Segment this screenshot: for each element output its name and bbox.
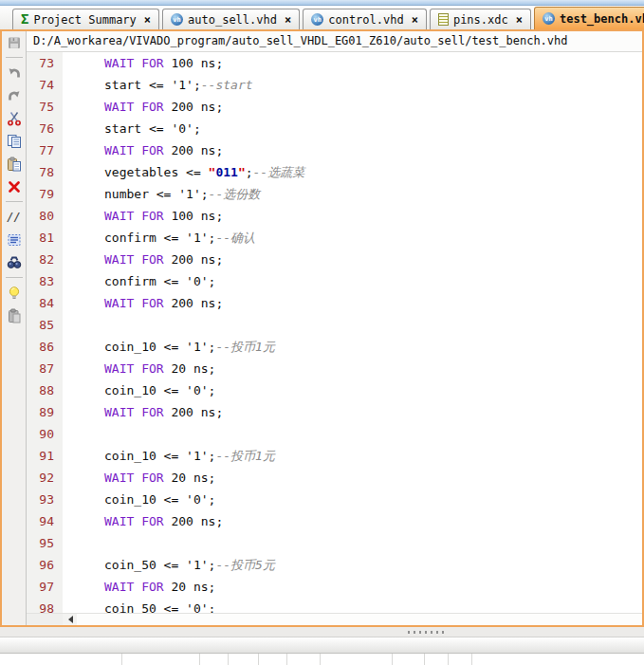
source-editor-panel: // D:/A_workarea/VIVADO_program/auto_sel… [0,29,644,627]
code-line[interactable]: WAIT FOR 100 ns; [63,52,642,74]
code-line[interactable]: WAIT FOR 200 ns; [63,292,642,314]
line-number: 97 [27,576,54,598]
line-number: 79 [27,183,54,205]
save-icon[interactable] [6,34,22,50]
tab-close-icon[interactable]: × [285,13,291,27]
tab-label: pins.xdc [453,13,508,27]
statusbar-divider [320,654,321,665]
paste-icon[interactable] [6,156,22,172]
line-number-gutter: 7374757677787980818283848586878889909192… [27,52,63,613]
cut-icon[interactable] [6,110,22,126]
code-line[interactable]: WAIT FOR 200 ns; [63,96,642,118]
code-line[interactable]: start <= '1';--start [63,74,642,96]
line-number: 76 [27,118,54,139]
line-number: 96 [27,554,54,576]
code-line[interactable]: WAIT FOR 20 ns; [63,358,642,379]
line-number: 95 [27,532,54,554]
tab-close-icon[interactable]: × [144,13,151,27]
code-text-area[interactable]: WAIT FOR 100 ns;start <= '1';--startWAIT… [63,52,642,613]
tab-label: auto_sell.vhd [188,13,277,27]
toolbar-separator [6,277,23,278]
code-editor[interactable]: 7374757677787980818283848586878889909192… [27,52,642,613]
clipboard-icon[interactable] [6,307,22,323]
panel-splitter[interactable] [0,627,644,637]
code-line[interactable]: number <= '1';--选份数 [63,183,642,205]
statusbar-divider [448,654,449,665]
statusbar-divider [286,654,287,665]
code-line[interactable]: WAIT FOR 200 ns; [63,249,642,270]
code-line[interactable]: coin_10 <= '1';--投币1元 [63,336,642,358]
line-number: 85 [27,314,54,336]
toolbar-separator [6,57,23,58]
line-number: 83 [27,270,54,292]
vhdl-file-icon: vh [311,13,323,26]
sigma-icon: Σ [21,13,28,26]
code-line[interactable]: coin_10 <= '0'; [63,379,642,401]
tab-label: control.vhd [328,13,403,27]
vhdl-file-icon: vh [543,12,555,25]
splitter-drag-handle-icon[interactable] [408,631,446,634]
tab-test-bench-vhd[interactable]: vhtest_bench.vhd× [534,7,644,29]
tab-pins-xdc[interactable]: pins.xdc× [430,9,531,29]
tab-close-icon[interactable]: × [516,13,523,27]
redo-icon[interactable] [6,87,22,103]
tab-control-vhd[interactable]: vhcontrol.vhd× [303,9,427,29]
line-number: 98 [27,598,54,613]
toolbar-separator [6,201,23,202]
delete-icon[interactable] [6,178,22,194]
code-line[interactable]: coin_50 <= '0'; [63,598,642,613]
line-number: 82 [27,249,54,270]
code-line[interactable]: coin_10 <= '0'; [63,489,642,510]
code-line[interactable]: WAIT FOR 200 ns; [63,510,642,532]
code-line[interactable]: confirm <= '0'; [63,270,642,292]
line-number: 87 [27,358,54,379]
code-line[interactable]: WAIT FOR 20 ns; [63,576,642,598]
line-number: 88 [27,379,54,401]
code-line[interactable]: WAIT FOR 200 ns; [63,401,642,423]
tab-auto-sell-vhd[interactable]: vhauto_sell.vhd× [162,9,300,29]
code-line[interactable]: coin_10 <= '1';--投币1元 [63,445,642,467]
line-number: 84 [27,292,54,314]
tab-close-icon[interactable]: × [412,13,418,27]
scroll-left-icon[interactable] [63,614,77,625]
line-number: 81 [27,227,54,249]
copy-icon[interactable] [6,133,22,149]
code-line[interactable] [63,423,642,445]
code-line[interactable]: WAIT FOR 200 ns; [63,139,642,161]
tab-label: test_bench.vhd [560,12,644,26]
code-line[interactable]: coin_50 <= '1';--投币5元 [63,554,642,576]
statusbar-divider [471,654,472,665]
code-line[interactable]: start <= '0'; [63,118,642,139]
statusbar-divider [121,654,122,665]
line-number: 89 [27,401,54,423]
statusbar-divider [228,654,229,665]
horizontal-scrollbar[interactable] [27,613,642,625]
tab-label: Project Summary [33,13,136,27]
line-number: 93 [27,489,54,510]
line-number: 92 [27,467,54,489]
undo-icon[interactable] [6,65,22,81]
toggle-comment-icon[interactable]: // [6,209,22,225]
statusbar-divider [199,654,200,665]
status-bar [0,654,644,665]
tab-project-summary[interactable]: ΣProject Summary× [12,9,159,29]
line-number: 90 [27,423,54,445]
file-path-text: D:/A_workarea/VIVADO_program/auto_sell_V… [33,34,568,47]
code-line[interactable]: vegetables <= "011";--选蔬菜 [63,161,642,183]
vhdl-file-icon: vh [171,13,183,26]
line-number: 77 [27,139,54,161]
code-line[interactable] [63,532,642,554]
code-line[interactable]: WAIT FOR 20 ns; [63,467,642,489]
scrollbar-track[interactable] [77,614,642,625]
scrollbar-gutter-pad [27,614,63,625]
code-line[interactable]: confirm <= '1';--确认 [63,227,642,249]
file-path-bar: D:/A_workarea/VIVADO_program/auto_sell_V… [27,31,642,52]
tip-icon[interactable] [6,285,22,301]
code-line[interactable]: WAIT FOR 100 ns; [63,205,642,227]
code-line[interactable] [63,314,642,336]
editor-tab-bar: ΣProject Summary×vhauto_sell.vhd×vhcontr… [0,6,644,29]
format-block-icon[interactable] [6,231,22,248]
editor-content: D:/A_workarea/VIVADO_program/auto_sell_V… [27,31,642,625]
find-replace-icon[interactable] [6,254,22,270]
line-number: 75 [27,96,54,118]
